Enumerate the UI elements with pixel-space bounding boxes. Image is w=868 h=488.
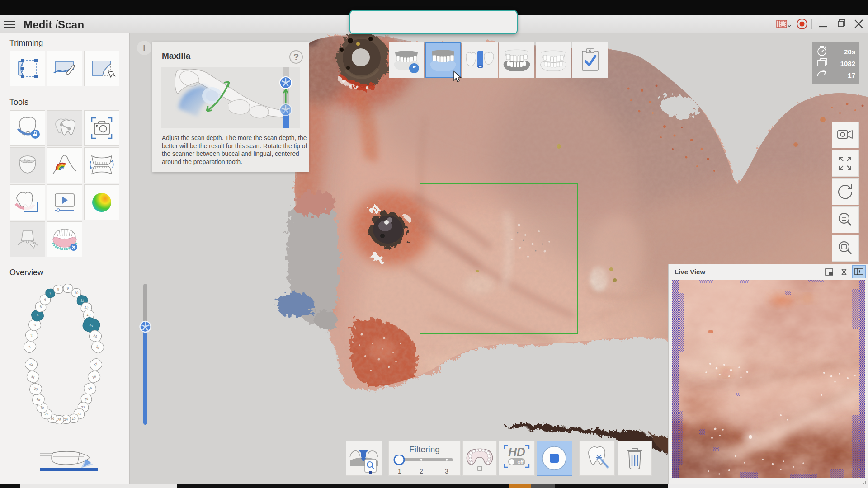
svg-text:23: 23 [72, 416, 76, 421]
svg-text:HD: HD [508, 445, 525, 459]
svg-text:1: 1 [398, 468, 401, 475]
svg-text:20s: 20s [844, 48, 855, 56]
svg-text:11: 11 [80, 298, 84, 303]
svg-text:28: 28 [40, 405, 44, 410]
svg-text:17: 17 [848, 71, 855, 79]
svg-text:9: 9 [67, 286, 69, 291]
svg-text:21: 21 [81, 405, 85, 409]
svg-text:Off: Off [518, 460, 524, 465]
svg-text:1082: 1082 [840, 60, 855, 67]
svg-text:3: 3 [445, 468, 448, 475]
svg-text:10: 10 [74, 291, 78, 295]
svg-text:25: 25 [57, 418, 61, 422]
svg-text:24: 24 [64, 418, 68, 422]
svg-text:8: 8 [57, 287, 59, 291]
svg-text:2: 2 [420, 468, 423, 475]
